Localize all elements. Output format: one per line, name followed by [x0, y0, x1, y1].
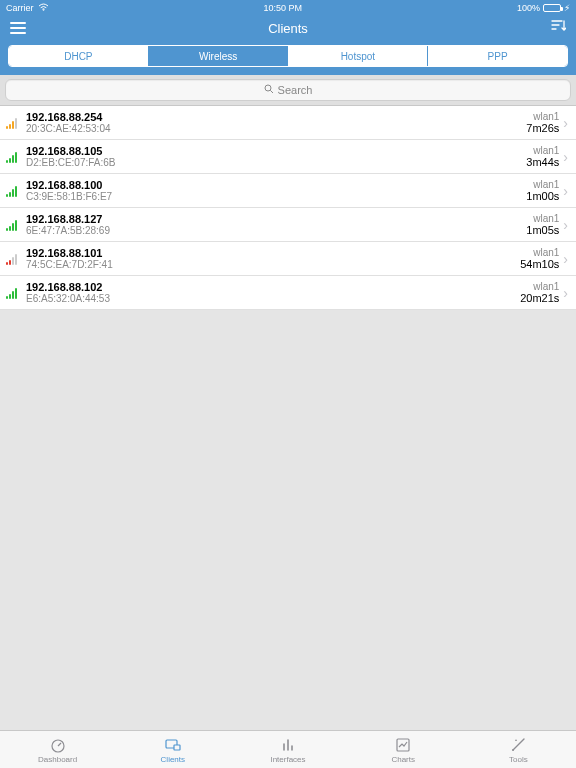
svg-point-7 [513, 749, 514, 750]
client-uptime: 1m05s [526, 224, 559, 236]
client-interface: wlan1 [526, 145, 559, 156]
client-ip: 192.168.88.127 [26, 213, 526, 225]
client-info: 192.168.88.102E6:A5:32:0A:44:53 [26, 281, 520, 304]
menu-button[interactable] [10, 22, 26, 34]
client-ip: 192.168.88.102 [26, 281, 520, 293]
charging-icon: ⚡︎ [564, 3, 570, 13]
client-meta: wlan11m05s [526, 213, 559, 236]
tab-label: Clients [161, 755, 185, 764]
segmented-control: DHCPWirelessHotspotPPP [8, 45, 568, 67]
sort-button[interactable] [550, 19, 566, 37]
status-bar: Carrier 10:50 PM 100% ⚡︎ [0, 0, 576, 15]
signal-strength-icon [6, 253, 20, 265]
tab-charts[interactable]: Charts [346, 731, 461, 768]
client-meta: wlan11m00s [526, 179, 559, 202]
chevron-right-icon: › [563, 149, 568, 165]
client-info: 192.168.88.105D2:EB:CE:07:FA:6B [26, 145, 526, 168]
client-ip: 192.168.88.100 [26, 179, 526, 191]
client-mac: D2:EB:CE:07:FA:6B [26, 157, 526, 168]
client-uptime: 3m44s [526, 156, 559, 168]
page-title: Clients [268, 21, 308, 36]
segment-wireless[interactable]: Wireless [148, 46, 288, 66]
client-info: 192.168.88.25420:3C:AE:42:53:04 [26, 111, 526, 134]
client-row[interactable]: 192.168.88.100C3:9E:58:1B:F6:E7wlan11m00… [0, 174, 576, 208]
client-info: 192.168.88.100C3:9E:58:1B:F6:E7 [26, 179, 526, 202]
signal-strength-icon [6, 219, 20, 231]
svg-point-1 [265, 85, 271, 91]
client-uptime: 7m26s [526, 122, 559, 134]
tools-icon [509, 736, 527, 754]
client-meta: wlan13m44s [526, 145, 559, 168]
chevron-right-icon: › [563, 115, 568, 131]
client-mac: E6:A5:32:0A:44:53 [26, 293, 520, 304]
client-interface: wlan1 [526, 179, 559, 190]
client-ip: 192.168.88.101 [26, 247, 520, 259]
client-uptime: 54m10s [520, 258, 559, 270]
client-info: 192.168.88.10174:5C:EA:7D:2F:41 [26, 247, 520, 270]
nav-bar: Clients [0, 15, 576, 41]
dashboard-icon [49, 736, 67, 754]
signal-strength-icon [6, 117, 20, 129]
battery-icon [543, 4, 561, 12]
client-interface: wlan1 [526, 213, 559, 224]
clock: 10:50 PM [49, 3, 517, 13]
client-uptime: 20m21s [520, 292, 559, 304]
segment-hotspot[interactable]: Hotspot [288, 46, 428, 66]
tab-tools[interactable]: Tools [461, 731, 576, 768]
client-ip: 192.168.88.254 [26, 111, 526, 123]
client-row[interactable]: 192.168.88.25420:3C:AE:42:53:04wlan17m26… [0, 106, 576, 140]
search-placeholder: Search [278, 84, 313, 96]
client-list[interactable]: 192.168.88.25420:3C:AE:42:53:04wlan17m26… [0, 106, 576, 730]
interfaces-icon [279, 736, 297, 754]
client-ip: 192.168.88.105 [26, 145, 526, 157]
client-meta: wlan154m10s [520, 247, 559, 270]
tab-dashboard[interactable]: Dashboard [0, 731, 115, 768]
client-interface: wlan1 [520, 281, 559, 292]
signal-strength-icon [6, 151, 20, 163]
segment-dhcp[interactable]: DHCP [9, 46, 148, 66]
chevron-right-icon: › [563, 251, 568, 267]
client-mac: C3:9E:58:1B:F6:E7 [26, 191, 526, 202]
chevron-right-icon: › [563, 183, 568, 199]
wifi-icon [38, 3, 49, 13]
clients-icon [164, 736, 182, 754]
client-mac: 74:5C:EA:7D:2F:41 [26, 259, 520, 270]
signal-strength-icon [6, 185, 20, 197]
tab-label: Tools [509, 755, 528, 764]
search-icon [264, 84, 274, 96]
tab-clients[interactable]: Clients [115, 731, 230, 768]
client-uptime: 1m00s [526, 190, 559, 202]
carrier-label: Carrier [6, 3, 34, 13]
chevron-right-icon: › [563, 217, 568, 233]
chevron-right-icon: › [563, 285, 568, 301]
svg-rect-5 [174, 745, 180, 750]
client-mac: 20:3C:AE:42:53:04 [26, 123, 526, 134]
tab-interfaces[interactable]: Interfaces [230, 731, 345, 768]
client-row[interactable]: 192.168.88.102E6:A5:32:0A:44:53wlan120m2… [0, 276, 576, 310]
search-wrap: Search [0, 75, 576, 106]
tab-label: Charts [391, 755, 415, 764]
client-meta: wlan17m26s [526, 111, 559, 134]
svg-line-2 [270, 90, 273, 93]
client-row[interactable]: 192.168.88.105D2:EB:CE:07:FA:6Bwlan13m44… [0, 140, 576, 174]
signal-strength-icon [6, 287, 20, 299]
client-meta: wlan120m21s [520, 281, 559, 304]
client-interface: wlan1 [526, 111, 559, 122]
client-mac: 6E:47:7A:5B:28:69 [26, 225, 526, 236]
battery-percent: 100% [517, 3, 540, 13]
segmented-control-wrap: DHCPWirelessHotspotPPP [0, 41, 576, 75]
client-row[interactable]: 192.168.88.10174:5C:EA:7D:2F:41wlan154m1… [0, 242, 576, 276]
client-row[interactable]: 192.168.88.1276E:47:7A:5B:28:69wlan11m05… [0, 208, 576, 242]
tab-label: Interfaces [270, 755, 305, 764]
client-info: 192.168.88.1276E:47:7A:5B:28:69 [26, 213, 526, 236]
tab-bar: DashboardClientsInterfacesChartsTools [0, 730, 576, 768]
search-input[interactable]: Search [5, 79, 571, 101]
tab-label: Dashboard [38, 755, 77, 764]
client-interface: wlan1 [520, 247, 559, 258]
charts-icon [394, 736, 412, 754]
segment-ppp[interactable]: PPP [427, 46, 567, 66]
svg-point-0 [42, 9, 44, 11]
